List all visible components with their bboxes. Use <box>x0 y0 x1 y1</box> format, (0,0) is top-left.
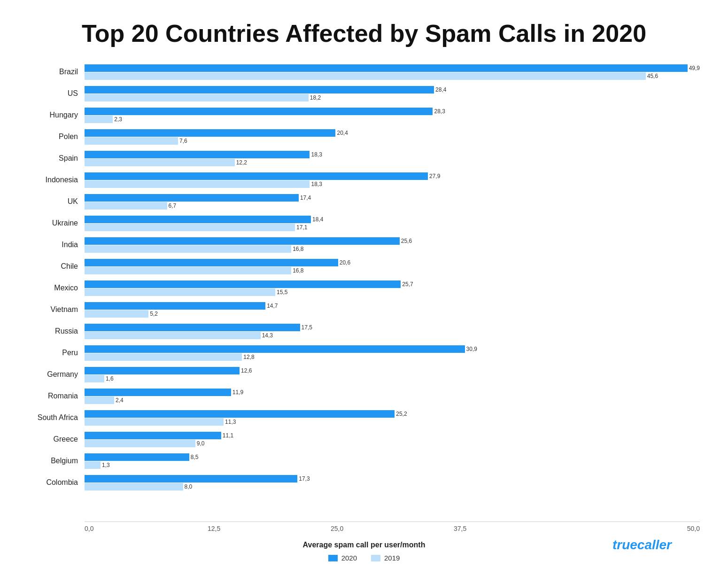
truecaller-logo: truecaller <box>612 537 672 553</box>
bar-label-2019: 9,0 <box>197 440 205 447</box>
country-label: Polen <box>28 132 85 141</box>
bar-label-2019: 2,3 <box>114 116 122 123</box>
chart-row: Greece11,19,0 <box>28 429 700 449</box>
bar-label-2019: 8,0 <box>185 483 193 490</box>
bar-2019 <box>85 224 295 231</box>
bar-row-2019: 1,6 <box>85 375 700 382</box>
chart-row: Chile20,616,8 <box>28 257 700 276</box>
x-tick: 50,0 <box>577 522 700 532</box>
bar-2019 <box>85 397 114 404</box>
bar-row-2020: 17,3 <box>85 475 700 483</box>
bars-wrapper: 25,715,5 <box>85 280 700 296</box>
chart-row: Germany12,61,6 <box>28 365 700 384</box>
bar-row-2020: 17,5 <box>85 324 700 331</box>
bar-label-2019: 7,6 <box>179 138 187 144</box>
bar-label-2020: 25,7 <box>402 281 413 288</box>
footer-area: Average spam call per user/month 2020 20… <box>28 532 700 562</box>
x-axis: 0,012,525,037,550,0 <box>85 522 700 532</box>
bar-label-2019: 45,6 <box>647 73 658 79</box>
country-label: Hungary <box>28 111 85 119</box>
country-label: Belgium <box>28 457 85 465</box>
bar-2019 <box>85 440 195 447</box>
bar-row-2019: 7,6 <box>85 137 700 145</box>
bar-2019 <box>85 418 224 426</box>
bar-row-2019: 12,2 <box>85 159 700 166</box>
bar-2020 <box>85 345 465 353</box>
bar-row-2020: 18,3 <box>85 151 700 158</box>
bars-wrapper: 28,418,2 <box>85 86 700 101</box>
bar-row-2020: 20,6 <box>85 259 700 266</box>
chart-row: Indonesia27,918,3 <box>28 170 700 190</box>
bars-wrapper: 18,417,1 <box>85 216 700 231</box>
bar-label-2019: 17,1 <box>296 224 307 231</box>
bar-2020 <box>85 410 395 418</box>
chart-row: Romania11,92,4 <box>28 386 700 406</box>
legend-color-2020 <box>328 555 338 561</box>
chart-row: Hungary28,32,3 <box>28 105 700 125</box>
bar-2019 <box>85 116 113 123</box>
bar-label-2020: 30,9 <box>466 346 477 352</box>
bar-row-2019: 15,5 <box>85 288 700 296</box>
country-label: Russia <box>28 327 85 335</box>
bar-2020 <box>85 172 428 180</box>
bar-row-2020: 18,4 <box>85 216 700 223</box>
legend-label-2019: 2019 <box>384 554 400 562</box>
bar-label-2020: 25,6 <box>401 238 412 244</box>
bars-wrapper: 25,616,8 <box>85 237 700 253</box>
bar-2019 <box>85 483 183 490</box>
chart-row: Russia17,514,3 <box>28 321 700 341</box>
bar-label-2019: 5,2 <box>150 311 158 317</box>
bar-row-2019: 12,8 <box>85 353 700 361</box>
bars-wrapper: 28,32,3 <box>85 108 700 123</box>
bar-label-2020: 11,9 <box>232 389 243 396</box>
bars-section: Brazil49,945,6US28,418,2Hungary28,32,3Po… <box>28 62 700 518</box>
bar-2020 <box>85 237 400 245</box>
bar-2020 <box>85 432 221 439</box>
bar-label-2019: 16,8 <box>293 267 303 274</box>
bar-row-2019: 16,8 <box>85 267 700 274</box>
country-label: South Africa <box>28 413 85 422</box>
bar-2019 <box>85 332 261 339</box>
bar-row-2020: 25,6 <box>85 237 700 245</box>
bar-label-2020: 28,4 <box>435 86 446 93</box>
bars-wrapper: 17,38,0 <box>85 475 700 490</box>
bars-wrapper: 11,19,0 <box>85 432 700 447</box>
bar-2019 <box>85 375 104 382</box>
bar-row-2020: 30,9 <box>85 345 700 353</box>
bar-row-2019: 14,3 <box>85 332 700 339</box>
bar-2020 <box>85 151 310 158</box>
country-label: Chile <box>28 262 85 271</box>
bar-2020 <box>85 86 434 93</box>
bar-2020 <box>85 216 311 223</box>
bar-row-2019: 9,0 <box>85 440 700 447</box>
bars-wrapper: 30,912,8 <box>85 345 700 361</box>
bar-label-2019: 18,2 <box>310 94 321 101</box>
country-label: Peru <box>28 349 85 357</box>
bars-wrapper: 17,514,3 <box>85 324 700 339</box>
legend-item-2020: 2020 <box>328 554 357 562</box>
country-label: US <box>28 89 85 98</box>
bar-label-2020: 28,3 <box>434 108 445 115</box>
chart-row: Colombia17,38,0 <box>28 473 700 492</box>
bar-row-2019: 45,6 <box>85 72 700 80</box>
bar-row-2020: 27,9 <box>85 172 700 180</box>
bar-label-2020: 17,3 <box>299 475 310 482</box>
bar-label-2019: 6,7 <box>169 202 177 209</box>
country-label: Colombia <box>28 478 85 487</box>
bar-label-2019: 12,8 <box>243 354 254 360</box>
bar-label-2020: 20,6 <box>340 259 350 266</box>
bar-label-2020: 17,5 <box>302 324 312 331</box>
bars-wrapper: 11,92,4 <box>85 389 700 404</box>
bar-label-2020: 18,3 <box>311 151 322 158</box>
bar-2020 <box>85 453 189 461</box>
bars-wrapper: 20,47,6 <box>85 129 700 145</box>
country-label: India <box>28 241 85 249</box>
bar-2020 <box>85 108 433 115</box>
bar-row-2020: 14,7 <box>85 302 700 310</box>
bar-row-2019: 5,2 <box>85 310 700 318</box>
bar-label-2019: 2,4 <box>116 397 124 404</box>
bar-label-2020: 14,7 <box>267 303 278 309</box>
bar-2019 <box>85 72 646 80</box>
chart-row: Brazil49,945,6 <box>28 62 700 82</box>
bar-label-2019: 16,8 <box>293 246 303 252</box>
